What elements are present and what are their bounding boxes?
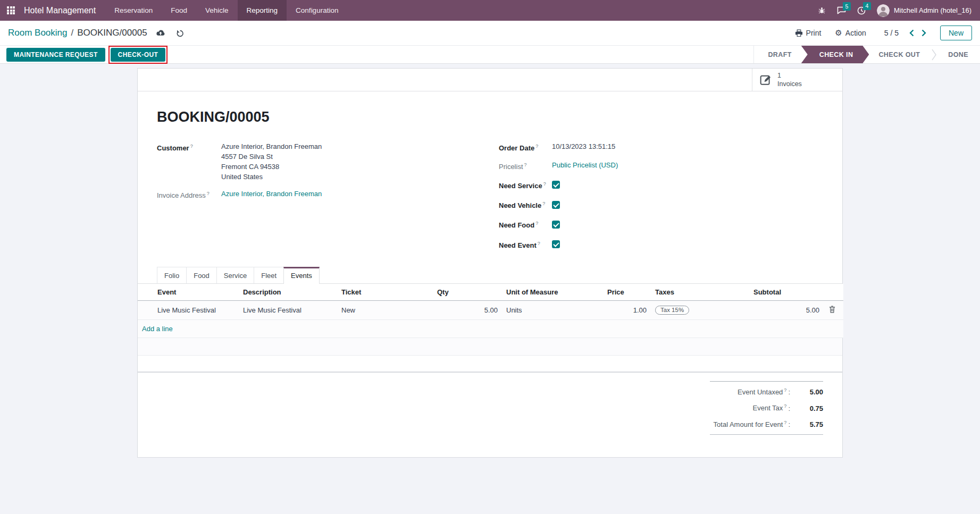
empty-list-row: [138, 356, 842, 373]
nav-item-vehicle[interactable]: Vehicle: [196, 0, 238, 21]
col-unit-of-measure[interactable]: Unit of Measure: [502, 284, 603, 301]
form-statusbar: MAINTENANCE REQUEST CHECK-OUT DRAFT CHEC…: [0, 45, 980, 64]
app-title[interactable]: Hotel Management: [22, 0, 105, 21]
col-subtotal[interactable]: Subtotal: [749, 284, 824, 301]
col-qty[interactable]: Qty: [433, 284, 502, 301]
help-marker: ?: [784, 387, 786, 393]
tab-food[interactable]: Food: [186, 267, 217, 283]
field-need-food: Need Food?: [499, 218, 823, 230]
customer-value[interactable]: Azure Interior, Brandon Freeman 4557 De …: [221, 141, 322, 182]
check-out-button[interactable]: CHECK-OUT: [111, 48, 166, 62]
pager-previous-button[interactable]: [909, 29, 914, 37]
cell-price[interactable]: 1.00: [603, 300, 651, 319]
invoices-smart-button[interactable]: 1 Invoices: [752, 69, 842, 91]
save-record-button[interactable]: [156, 29, 165, 37]
discard-changes-button[interactable]: [176, 29, 184, 37]
record-pager[interactable]: 5 / 5: [884, 29, 899, 37]
annotation-highlight-box: CHECK-OUT: [108, 46, 168, 64]
stage-check-in[interactable]: CHECK IN: [801, 46, 869, 63]
add-line-row: Add a line: [138, 319, 843, 338]
need-service-checkbox[interactable]: [552, 181, 560, 189]
cell-uom[interactable]: Units: [502, 300, 603, 319]
stage-separator-icon: [932, 49, 936, 61]
navbar-systray: 5 4 Mitchell Admin (hotel_16): [818, 0, 980, 21]
stage-draft[interactable]: DRAFT: [756, 46, 803, 63]
action-menu-button[interactable]: ⚙ Action: [835, 29, 866, 37]
col-description[interactable]: Description: [239, 284, 337, 301]
col-ticket[interactable]: Ticket: [337, 284, 433, 301]
total-event-untaxed: Event Untaxed? : 5.00: [710, 384, 823, 400]
delete-row-button[interactable]: [829, 306, 835, 315]
need-event-checkbox[interactable]: [552, 240, 560, 248]
need-food-label: Need Food: [499, 222, 534, 230]
cell-ticket[interactable]: New: [337, 300, 433, 319]
total-value: 0.75: [790, 405, 823, 412]
stage-done[interactable]: DONE: [936, 46, 980, 63]
tab-folio[interactable]: Folio: [157, 267, 187, 283]
notebook-tabs: Folio Food Service Fleet Events: [138, 267, 842, 284]
cell-qty[interactable]: 5.00: [433, 300, 502, 319]
chevron-left-icon: [909, 29, 914, 37]
user-name: Mitchell Admin (hotel_16): [894, 6, 971, 14]
totals-block: Event Untaxed? : 5.00 Event Tax? : 0.75 …: [710, 381, 823, 435]
nav-item-configuration[interactable]: Configuration: [287, 0, 347, 21]
pricelist-value[interactable]: Public Pricelist (USD): [552, 160, 618, 172]
nav-item-food[interactable]: Food: [162, 0, 196, 21]
pricelist-label: Pricelist: [499, 163, 523, 171]
apps-grid-icon: [7, 6, 15, 14]
total-amount-for-event: Total Amount for Event? : 5.75: [710, 416, 823, 432]
breadcrumb-current: BOOKING/00005: [77, 28, 147, 38]
field-need-event: Need Event?: [499, 239, 823, 250]
tab-fleet[interactable]: Fleet: [254, 267, 284, 283]
total-value: 5.75: [790, 420, 823, 428]
total-event-tax: Event Tax? : 0.75: [710, 400, 823, 416]
empty-list-row: [138, 338, 842, 356]
col-taxes[interactable]: Taxes: [651, 284, 749, 301]
order-date-value[interactable]: 10/13/2023 13:51:15: [552, 141, 615, 153]
order-date-label: Order Date: [499, 144, 534, 152]
events-list: Event Description Ticket Qty Unit of Mea…: [138, 284, 842, 373]
help-marker: ?: [784, 420, 786, 425]
need-service-label: Need Service: [499, 182, 542, 190]
messages-button[interactable]: 5: [837, 6, 846, 14]
nav-item-reservation[interactable]: Reservation: [105, 0, 162, 21]
invoice-address-label: Invoice Address: [157, 191, 206, 199]
cell-taxes: Tax 15%: [651, 300, 749, 319]
maintenance-request-button[interactable]: MAINTENANCE REQUEST: [6, 48, 105, 62]
cell-description[interactable]: Live Music Festival: [239, 300, 337, 319]
breadcrumb-parent-link[interactable]: Room Booking: [8, 28, 68, 38]
customer-label: Customer: [157, 144, 189, 152]
stage-check-out[interactable]: CHECK OUT: [867, 46, 932, 63]
cell-event[interactable]: Live Music Festival: [138, 300, 239, 319]
invoice-address-value[interactable]: Azure Interior, Brandon Freeman: [221, 189, 322, 200]
col-event[interactable]: Event: [138, 284, 239, 301]
breadcrumb: Room Booking / BOOKING/00005: [8, 28, 184, 38]
nav-item-reporting[interactable]: Reporting: [238, 0, 287, 21]
pager-next-button[interactable]: [922, 29, 926, 37]
cell-subtotal[interactable]: 5.00: [749, 300, 824, 319]
tax-tag[interactable]: Tax 15%: [655, 306, 689, 315]
field-need-service: Need Service?: [499, 179, 823, 191]
activities-button[interactable]: 4: [857, 6, 866, 15]
table-row[interactable]: Live Music Festival Live Music Festival …: [138, 300, 843, 319]
need-food-checkbox[interactable]: [552, 221, 560, 229]
help-marker: ?: [535, 221, 538, 226]
print-button[interactable]: Print: [795, 29, 822, 37]
tab-events[interactable]: Events: [283, 267, 320, 284]
need-vehicle-checkbox[interactable]: [552, 201, 560, 209]
invoices-label: Invoices: [777, 80, 802, 88]
help-marker: ?: [524, 162, 527, 167]
tab-service[interactable]: Service: [216, 267, 254, 283]
need-vehicle-label: Need Vehicle: [499, 201, 541, 209]
pencil-square-icon: [760, 74, 772, 86]
add-a-line-link[interactable]: Add a line: [142, 325, 173, 333]
field-invoice-address: Invoice Address? Azure Interior, Brandon…: [157, 189, 480, 200]
user-menu[interactable]: Mitchell Admin (hotel_16): [877, 4, 971, 17]
stage-pipeline: DRAFT CHECK IN CHECK OUT DONE: [753, 46, 980, 63]
cloud-upload-icon: [156, 29, 165, 37]
col-price[interactable]: Price: [603, 284, 651, 301]
main-menu: Reservation Food Vehicle Reporting Confi…: [105, 0, 347, 21]
debug-button[interactable]: [818, 6, 826, 14]
apps-menu-button[interactable]: [0, 0, 22, 21]
new-record-button[interactable]: New: [940, 26, 972, 40]
